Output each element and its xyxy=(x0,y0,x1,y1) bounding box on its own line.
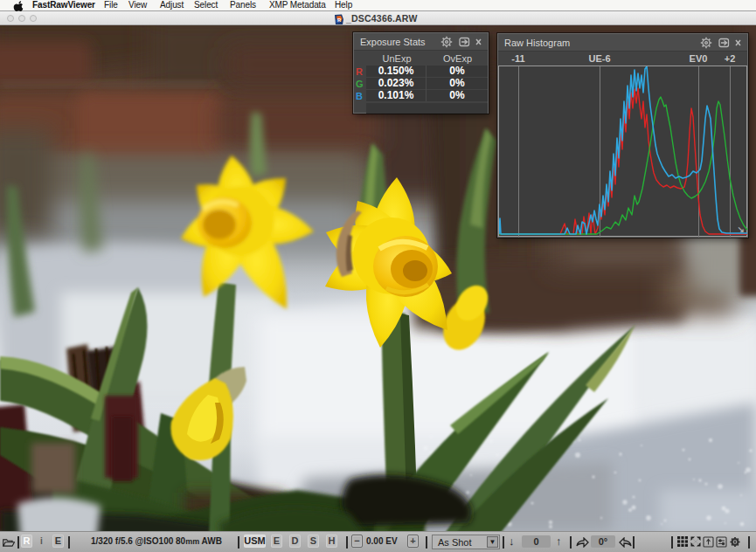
svg-text:R: R xyxy=(337,17,342,23)
